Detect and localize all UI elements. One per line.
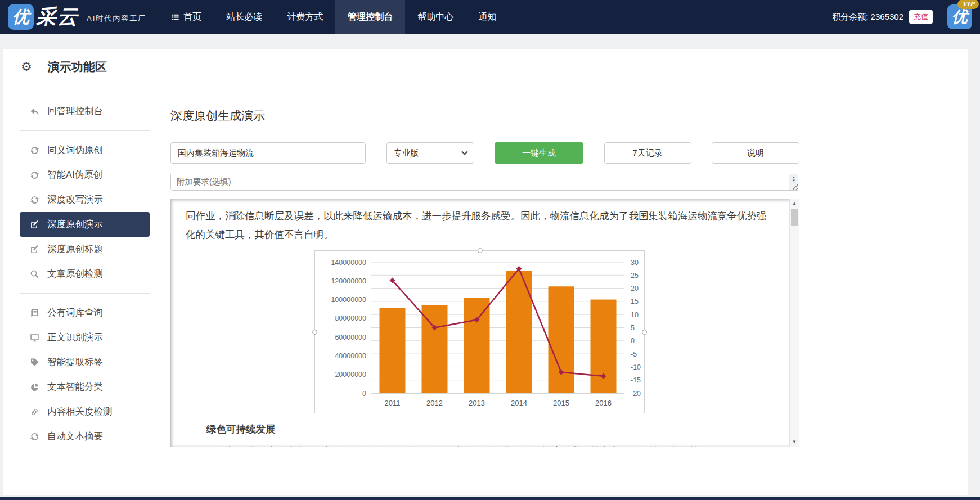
generated-content-box: 同作业，消除信息断层及误差，以此来降低运输成本，进一步提升服务感受。因此，物流信… [170, 199, 799, 447]
svg-text:2011: 2011 [385, 399, 401, 407]
article-paragraph: 同作业，消除信息断层及误差，以此来降低运输成本，进一步提升服务感受。因此，物流信… [186, 207, 773, 245]
nav-item-pricing[interactable]: 计费方式 [275, 0, 335, 34]
embedded-chart-image[interactable]: 0200000004000000060000000800000001000000… [314, 250, 645, 413]
resize-grip-icon[interactable] [792, 183, 798, 190]
vip-badge: VIP [957, 0, 979, 9]
sidebar-divider [20, 293, 150, 294]
main-content: 深度原创生成演示 专业版 一键生成 7天记录 说明 ▲ ▼ [162, 84, 968, 494]
reply-icon [30, 107, 39, 116]
scroll-down-icon[interactable]: ▼ [790, 438, 799, 447]
search-icon [30, 269, 39, 279]
sidebar-item-back-console[interactable]: 回管理控制台 [20, 99, 150, 124]
section-title: 深度原创生成演示 [170, 108, 968, 124]
selection-handle[interactable] [642, 330, 647, 335]
sidebar-item-synonym-rewrite[interactable]: 同义词伪原创 [20, 138, 150, 163]
brand-logo-icon: 优 [8, 4, 34, 30]
keyword-input[interactable] [170, 142, 366, 164]
page-title: 演示功能区 [48, 59, 107, 75]
nav-item-home[interactable]: 首页 [159, 0, 214, 34]
scroll-down-icon[interactable]: ▼ [792, 179, 795, 182]
help-button[interactable]: 说明 [712, 142, 799, 164]
svg-text:2016: 2016 [595, 399, 612, 407]
selection-handle[interactable] [478, 248, 483, 253]
sidebar-item-deep-original-demo[interactable]: 深度原创演示 [20, 212, 150, 237]
sidebar-item-deep-rewrite-demo[interactable]: 深度改写演示 [20, 187, 150, 212]
sidebar-item-deep-original-title[interactable]: 深度原创标题 [20, 237, 150, 262]
scrollbar-thumb[interactable] [791, 209, 798, 226]
svg-text:2013: 2013 [469, 399, 485, 407]
svg-text:-20: -20 [631, 389, 641, 397]
sidebar: 回管理控制台 同义词伪原创 智能AI伪原创 深度改写演示 深度原创演示 深度 [3, 84, 162, 494]
svg-text:-5: -5 [631, 350, 637, 358]
extra-requirements-input[interactable] [171, 173, 799, 190]
svg-text:0: 0 [631, 337, 635, 345]
svg-text:20000000: 20000000 [335, 371, 366, 379]
nav-item-notifications[interactable]: 通知 [466, 0, 509, 34]
account-area: 积分余额: 2365302 充值 优 VIP [832, 4, 972, 29]
top-navigation: 优 采云 AI时代内容工厂 首页 站长必读 计费方式 管理控制台 帮助中心 通知… [0, 0, 980, 34]
link-icon [30, 407, 39, 417]
sidebar-item-text-classification[interactable]: 文本智能分类 [20, 375, 150, 399]
sidebar-item-public-lexicon[interactable]: 公有词库查询 [20, 300, 150, 325]
nav-item-console[interactable]: 管理控制台 [335, 0, 405, 34]
extra-requirements-field: ▲ ▼ [170, 173, 799, 191]
generated-article: 同作业，消除信息断层及误差，以此来降低运输成本，进一步提升服务感受。因此，物流信… [171, 199, 789, 447]
svg-text:40000000: 40000000 [335, 352, 366, 359]
pie-chart-icon [30, 382, 39, 392]
footer-bar [0, 497, 980, 500]
sidebar-divider [20, 130, 150, 131]
list-icon [171, 13, 179, 21]
panel-header: ⚙ 演示功能区 [3, 49, 968, 84]
nav-item-webmaster-guide[interactable]: 站长必读 [214, 0, 275, 34]
tag-icon [30, 358, 39, 367]
edit-icon [30, 245, 39, 254]
svg-text:80000000: 80000000 [335, 314, 366, 322]
monitor-icon [30, 333, 39, 343]
svg-text:5: 5 [631, 324, 635, 332]
chevron-down-icon [461, 148, 467, 155]
version-select[interactable]: 专业版 [386, 142, 474, 164]
nav-item-help-center[interactable]: 帮助中心 [405, 0, 466, 34]
svg-text:120000000: 120000000 [331, 277, 366, 285]
recharge-button[interactable]: 充值 [909, 10, 933, 24]
chart-svg: 0200000004000000060000000800000001000000… [315, 251, 644, 413]
svg-text:15: 15 [631, 298, 639, 305]
sidebar-item-relevance-check[interactable]: 内容相关度检测 [20, 399, 150, 424]
svg-text:2012: 2012 [426, 399, 443, 407]
svg-text:0: 0 [362, 389, 366, 397]
svg-text:2015: 2015 [553, 399, 569, 407]
refresh-icon [30, 195, 39, 205]
refresh-icon [30, 146, 39, 155]
svg-text:25: 25 [631, 271, 639, 279]
svg-text:2014: 2014 [511, 399, 527, 407]
svg-text:20: 20 [631, 285, 639, 292]
article-paragraph: 伴随着全球环境保护意识的提升，绿色与可持续发展逐渐成为我国集装箱海运物流行业的核… [186, 442, 773, 447]
generate-button[interactable]: 一键生成 [495, 142, 583, 164]
sidebar-item-ai-rewrite[interactable]: 智能AI伪原创 [20, 163, 150, 187]
svg-text:100000000: 100000000 [331, 296, 366, 304]
svg-text:140000000: 140000000 [331, 258, 366, 266]
sidebar-item-content-extract-demo[interactable]: 正文识别演示 [20, 325, 150, 350]
brand-tagline: AI时代内容工厂 [87, 13, 146, 24]
content-scrollbar[interactable]: ▲ ▼ [789, 199, 799, 447]
sidebar-item-auto-summary[interactable]: 自动文本摘要 [20, 424, 150, 449]
book-icon [30, 308, 39, 318]
svg-text:10: 10 [631, 310, 639, 318]
main-menu: 首页 站长必读 计费方式 管理控制台 帮助中心 通知 [159, 0, 509, 34]
scroll-up-icon[interactable]: ▲ [790, 199, 799, 208]
refresh-icon [30, 432, 39, 442]
selection-handle[interactable] [312, 330, 317, 335]
sidebar-item-originality-check[interactable]: 文章原创检测 [20, 262, 150, 286]
gear-icon: ⚙ [21, 60, 32, 74]
edit-icon [30, 220, 39, 229]
svg-text:-15: -15 [631, 376, 641, 384]
demo-panel: ⚙ 演示功能区 回管理控制台 同义词伪原创 智能AI伪原创 深度改写演示 [3, 49, 968, 495]
user-avatar[interactable]: 优 VIP [947, 4, 972, 29]
brand-logo[interactable]: 优 采云 AI时代内容工厂 [8, 3, 146, 31]
sidebar-item-smart-tags[interactable]: 智能提取标签 [20, 350, 150, 375]
brand-logo-text: 采云 [36, 3, 79, 31]
generation-controls: 专业版 一键生成 7天记录 说明 [170, 142, 799, 164]
article-heading: 绿色可持续发展 [186, 420, 773, 439]
records-button[interactable]: 7天记录 [604, 142, 691, 164]
points-balance: 积分余额: 2365302 [832, 12, 903, 22]
